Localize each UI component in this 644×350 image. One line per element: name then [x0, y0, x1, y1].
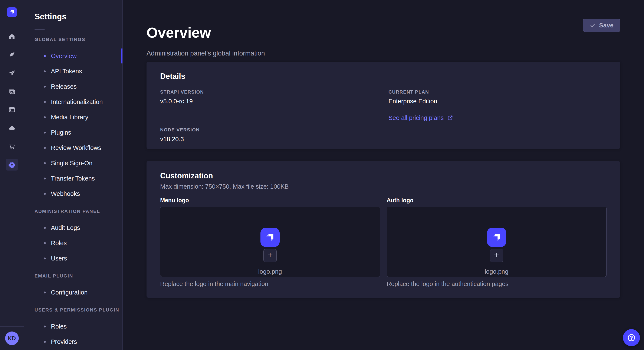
subnav-item-label: Transfer Tokens: [51, 175, 95, 182]
title-divider: [34, 29, 45, 29]
layout-icon: [8, 106, 16, 113]
subnav-item-configuration[interactable]: Configuration: [34, 285, 122, 300]
customization-subtext: Max dimension: 750×750, Max file size: 1…: [160, 183, 606, 190]
check-icon: [590, 22, 596, 28]
rail-item-media-library[interactable]: [6, 85, 18, 97]
bullet-icon: [44, 162, 46, 164]
menu-logo-dropzone[interactable]: + logo.png: [160, 207, 380, 277]
subnav-item-review-workflows[interactable]: Review Workflows: [34, 140, 122, 156]
subnav-item-label: Users: [51, 255, 67, 262]
subnav-item-webhooks[interactable]: Webhooks: [34, 186, 122, 201]
subnav-item-overview[interactable]: Overview: [34, 48, 122, 64]
bullet-icon: [44, 177, 46, 179]
bullet-icon: [44, 116, 46, 118]
bullet-icon: [44, 193, 46, 195]
customization-card: Customization Max dimension: 750×750, Ma…: [146, 161, 620, 298]
subnav-item-label: Media Library: [51, 114, 88, 121]
subnav-item-media-library[interactable]: Media Library: [34, 110, 122, 125]
subnav-section: GLOBAL SETTINGSOverviewAPI TokensRelease…: [34, 37, 122, 201]
details-heading: Details: [160, 72, 606, 81]
auth-logo-label: Auth logo: [387, 197, 607, 204]
subnav-item-audit-logs[interactable]: Audit Logs: [34, 220, 122, 235]
active-item-indicator: [122, 48, 122, 64]
strapi-version-label: STRAPI VERSION: [160, 89, 388, 95]
bullet-icon: [44, 257, 46, 259]
rail-item-marketplace[interactable]: [6, 140, 18, 152]
subnav-item-roles[interactable]: Roles: [34, 235, 122, 251]
menu-logo-add-button[interactable]: +: [264, 249, 277, 262]
subnav-item-internationalization[interactable]: Internationalization: [34, 94, 122, 110]
details-left-column: STRAPI VERSION v5.0.0-rc.19 NODE VERSION…: [160, 89, 388, 143]
subnav-item-label: Providers: [51, 338, 77, 345]
menu-logo-caption: Replace the logo in the main navigation: [160, 280, 380, 288]
node-version-field: NODE VERSION v18.20.3: [160, 127, 388, 143]
details-card: Details STRAPI VERSION v5.0.0-rc.19 NODE…: [146, 62, 620, 149]
subnav-item-roles[interactable]: Roles: [34, 319, 122, 334]
subnav-section: ADMINISTRATION PANELAudit LogsRolesUsers: [34, 209, 122, 266]
subnav-item-label: Plugins: [51, 129, 71, 136]
app-root: KD Settings GLOBAL SETTINGSOverviewAPI T…: [0, 0, 644, 350]
subnav-item-label: Review Workflows: [51, 144, 101, 151]
current-plan-field: CURRENT PLAN Enterprise Edition: [388, 89, 606, 105]
subnav-item-transfer-tokens[interactable]: Transfer Tokens: [34, 171, 122, 186]
rail-item-deploy[interactable]: [6, 122, 18, 134]
settings-subnav: Settings GLOBAL SETTINGSOverviewAPI Toke…: [24, 0, 123, 350]
subnav-title: Settings: [34, 12, 122, 21]
auth-logo-dropzone[interactable]: + logo.png: [387, 207, 607, 277]
subnav-item-label: Single Sign-On: [51, 160, 92, 167]
details-right-column: CURRENT PLAN Enterprise Edition See all …: [388, 89, 606, 143]
section-label: ADMINISTRATION PANEL: [34, 209, 122, 214]
plus-icon: +: [494, 250, 500, 260]
bullet-icon: [44, 132, 46, 134]
auth-logo-field: Auth logo + logo.png Replace the logo: [387, 197, 607, 288]
subnav-section: EMAIL PLUGINConfiguration: [34, 273, 122, 300]
subnav-item-providers[interactable]: Providers: [34, 334, 122, 349]
subnav-item-label: API Tokens: [51, 68, 82, 75]
auth-logo-preview: [487, 228, 506, 247]
subnav-item-label: Audit Logs: [51, 224, 80, 231]
subnav-item-label: Configuration: [51, 289, 88, 296]
current-plan-value: Enterprise Edition: [388, 97, 606, 105]
home-icon: [8, 33, 16, 40]
subnav-sections: GLOBAL SETTINGSOverviewAPI TokensRelease…: [34, 37, 122, 349]
cloud-icon: [8, 124, 16, 132]
page-subtitle: Administration panel’s global informatio…: [146, 49, 620, 58]
menu-logo-filename: logo.png: [258, 268, 282, 275]
subnav-item-api-tokens[interactable]: API Tokens: [34, 64, 122, 79]
rail-item-content-type-builder[interactable]: [6, 104, 18, 116]
subnav-section: USERS & PERMISSIONS PLUGINRolesProviders: [34, 307, 122, 349]
rail-icons: [6, 31, 18, 177]
bullet-icon: [44, 86, 46, 88]
subnav-item-releases[interactable]: Releases: [34, 79, 122, 94]
rail-bottom: KD: [0, 326, 24, 350]
subnav-item-single-sign-on[interactable]: Single Sign-On: [34, 156, 122, 171]
save-button[interactable]: Save: [583, 19, 620, 32]
logo-upload-grid: Menu logo + logo.png Replace the logo: [160, 197, 606, 288]
subnav-item-users[interactable]: Users: [34, 251, 122, 266]
auth-logo-filename: logo.png: [485, 268, 508, 275]
rail-item-settings[interactable]: [6, 159, 18, 171]
avatar[interactable]: KD: [5, 332, 19, 345]
bullet-icon: [44, 292, 46, 293]
subnav-item-label: Overview: [51, 52, 77, 59]
bullet-icon: [44, 55, 46, 57]
rail-item-home[interactable]: [6, 31, 18, 42]
strapi-version-value: v5.0.0-rc.19: [160, 97, 388, 105]
subnav-item-plugins[interactable]: Plugins: [34, 125, 122, 140]
menu-logo-field: Menu logo + logo.png Replace the logo: [160, 197, 380, 288]
gear-icon: [8, 161, 16, 168]
plus-icon: +: [267, 250, 273, 260]
auth-logo-caption: Replace the logo in the authentication p…: [387, 280, 607, 288]
rail-item-releases[interactable]: [6, 67, 18, 79]
pricing-plans-link[interactable]: See all pricing plans: [388, 114, 453, 122]
subnav-item-label: Roles: [51, 240, 67, 247]
page-title: Overview: [146, 24, 620, 41]
section-label: USERS & PERMISSIONS PLUGIN: [34, 307, 122, 313]
auth-logo-add-button[interactable]: +: [490, 249, 503, 262]
help-button[interactable]: [623, 329, 640, 346]
bullet-icon: [44, 101, 46, 103]
rail-item-content-manager[interactable]: [6, 49, 18, 61]
brand-home-button[interactable]: [0, 0, 24, 24]
node-version-value: v18.20.3: [160, 135, 388, 143]
subnav-item-label: Internationalization: [51, 98, 103, 105]
